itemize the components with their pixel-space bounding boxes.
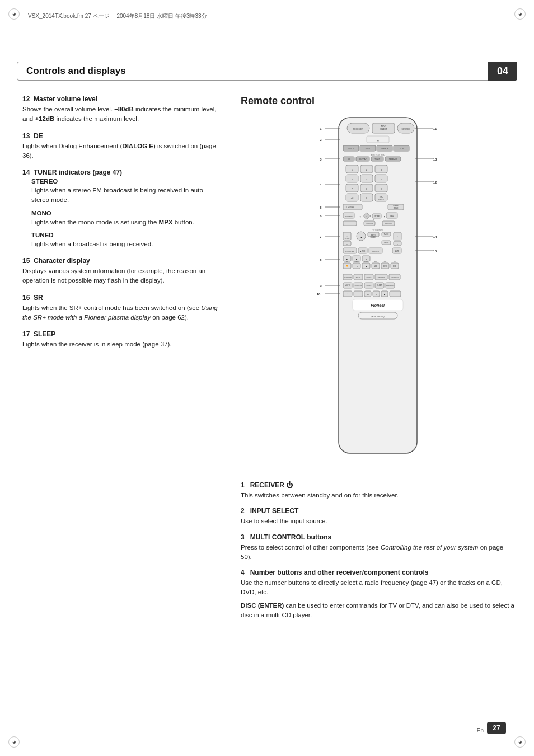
desc-4-extra: DISC (ENTER) can be used to enter comman… — [241, 601, 515, 621]
svg-text:SOURCE: SOURCE — [402, 128, 411, 130]
section-15: 15 Character display Displays various sy… — [22, 257, 218, 286]
svg-text:TV-CH: TV-CH — [384, 233, 388, 236]
svg-text:▼: ▼ — [373, 219, 374, 221]
svg-text:TV/SAT: TV/SAT — [365, 148, 371, 150]
svg-text:10: 10 — [317, 293, 321, 296]
subsection-tuned-body: Lights when a broadcast is being receive… — [31, 240, 218, 249]
svg-text:ENTER: ENTER — [374, 215, 379, 218]
svg-text:12: 12 — [433, 181, 437, 184]
svg-text:▣: ▣ — [377, 139, 379, 142]
section-13-number: 13 — [22, 132, 30, 140]
svg-text:CHK/JP: CHK/JP — [354, 261, 359, 262]
svg-text:2: 2 — [366, 169, 367, 171]
svg-text:DVD: DVD — [393, 265, 396, 267]
remote-diagram-area: RECEIVER INPUT SELECT SOURCE ▣ DVD/LD TV… — [241, 115, 515, 484]
svg-text:3: 3 — [320, 158, 322, 161]
section-12-title: 12 Master volume level — [22, 95, 218, 103]
section-12-body: Shows the overall volume level. –80dB in… — [22, 105, 218, 124]
svg-text:+10: +10 — [351, 197, 354, 199]
svg-text:SELECT: SELECT — [371, 236, 377, 238]
section-17-number: 17 — [22, 330, 30, 338]
desc-2-body: Use to select the input source. — [241, 516, 515, 526]
svg-text:SIGNAL: SIGNAL — [366, 285, 372, 287]
svg-text:2: 2 — [320, 138, 322, 142]
section-13-title: 13 DE — [22, 132, 218, 140]
section-16: 16 SR Lights when the SR+ control mode h… — [22, 294, 218, 323]
svg-text:DTV/INFO: DTV/INFO — [372, 251, 379, 252]
svg-text:TOP MENU: TOP MENU — [346, 205, 353, 207]
subsection-stereo-title: STEREO — [31, 178, 218, 185]
svg-text:TV-CH: TV-CH — [384, 242, 388, 244]
svg-text:DVD/LD: DVD/LD — [348, 148, 354, 150]
svg-text:RETURN: RETURN — [385, 223, 392, 225]
left-column: 12 Master volume level Shows the overall… — [22, 95, 218, 357]
svg-text:15: 15 — [433, 250, 437, 253]
svg-text:DVD: DVD — [383, 265, 387, 267]
svg-text:MONO: MONO — [394, 207, 399, 209]
section-13-body: Lights when Dialog Enhancement (DIALOG E… — [22, 142, 218, 161]
section-12: 12 Master volume level Shows the overall… — [22, 95, 218, 124]
desc-4: 4 Number buttons and other receiver/comp… — [241, 569, 515, 620]
svg-text:TUNER: TUNER — [374, 158, 380, 161]
svg-text:3: 3 — [381, 169, 382, 171]
svg-text:⏮: ⏮ — [346, 258, 348, 260]
svg-text:▲: ▲ — [366, 215, 368, 218]
svg-text:⏭: ⏭ — [366, 258, 367, 260]
svg-text:14: 14 — [433, 235, 437, 238]
desc-1-body: This switches between standby and on for… — [241, 491, 515, 500]
desc-2: 2 INPUT SELECT Use to select the input s… — [241, 507, 515, 526]
svg-text:8: 8 — [320, 258, 322, 261]
svg-text:RECEIVER CONTROL: RECEIVER CONTROL — [365, 272, 380, 274]
svg-text:SYSTEM: SYSTEM — [366, 223, 373, 225]
svg-text:DVR/VCR: DVR/VCR — [381, 148, 388, 150]
corner-mark-bl: ⊕ — [8, 736, 20, 748]
section-12-number: 12 — [22, 95, 30, 103]
desc-3-body: Press to select control of other compone… — [241, 543, 515, 562]
svg-text:DOLBY: DOLBY — [356, 276, 361, 278]
corner-mark-tl: ⊕ — [8, 8, 20, 20]
desc-3-title: 3 MULTI CONTROL buttons — [241, 533, 515, 541]
svg-text:SR/SOURCE: SR/SOURCE — [386, 285, 395, 287]
svg-text:⏸: ⏸ — [356, 265, 358, 267]
svg-text:(RECEIVER): (RECEIVER) — [371, 315, 385, 318]
section-17-title: 17 SLEEP — [22, 330, 218, 338]
svg-text:TV/CBL: TV/CBL — [399, 148, 404, 150]
svg-text:SURR: SURR — [346, 287, 349, 288]
svg-text:7: 7 — [320, 235, 322, 238]
corner-mark-br: ⊕ — [514, 736, 526, 748]
file-info: VSX_2014TX.book.fm 27 ページ 2004年8月18日 水曜日… — [28, 12, 207, 20]
svg-text:MULTI CONTROL: MULTI CONTROL — [371, 154, 385, 156]
svg-text:STANDARD: STANDARD — [344, 276, 352, 278]
header-bar: Controls and displays 04 — [17, 62, 517, 81]
svg-text:ADD: ADD — [374, 265, 377, 267]
section-15-body: Displays various system information (for… — [22, 266, 218, 286]
subsection-mono: MONO Lights when the mono mode is set us… — [31, 210, 218, 227]
svg-text:SR/SOURCE: SR/SOURCE — [391, 293, 400, 295]
subsection-stereo: STEREO Lights when a stereo FM broadcast… — [31, 178, 218, 205]
section-14-number: 14 — [22, 168, 30, 176]
svg-text:● REC: ● REC — [360, 250, 365, 252]
svg-text:RECEIVER: RECEIVER — [389, 158, 397, 161]
svg-text:5: 5 — [320, 206, 322, 209]
remote-title: Remote control — [241, 95, 515, 107]
chapter-badge: 04 — [488, 62, 517, 81]
svg-text:SIGNAL: SIGNAL — [366, 276, 372, 278]
svg-text:–: – — [346, 243, 348, 245]
svg-text:MIDNIGHT: MIDNIGHT — [378, 276, 385, 278]
desc-3: 3 MULTI CONTROL buttons Press to select … — [241, 533, 515, 562]
svg-text:SRCH: SRCH — [374, 261, 377, 262]
subsection-tuned-title: TUNED — [31, 232, 218, 238]
svg-text:DTV/MENU: DTV/MENU — [345, 215, 352, 217]
section-14: 14 TUNER indicators (page 47) STEREO Lig… — [22, 168, 218, 249]
subsection-stereo-body: Lights when a stereo FM broadcast is bei… — [31, 186, 218, 205]
svg-text:AUTO: AUTO — [345, 284, 350, 287]
svg-text:SLEEP: SLEEP — [377, 284, 382, 287]
remote-svg: RECEIVER INPUT SELECT SOURCE ▣ DVD/LD TV… — [294, 115, 462, 484]
desc-1: 1 RECEIVER ⏻ This switches between stand… — [241, 481, 515, 500]
svg-text:13: 13 — [433, 158, 437, 161]
svg-text:0: 0 — [366, 197, 367, 199]
svg-text:REV: REV — [346, 261, 349, 262]
section-13: 13 DE Lights when Dialog Enhancement (DI… — [22, 132, 218, 161]
svg-text:ENTER: ENTER — [378, 199, 383, 201]
svg-text:9: 9 — [320, 284, 322, 288]
